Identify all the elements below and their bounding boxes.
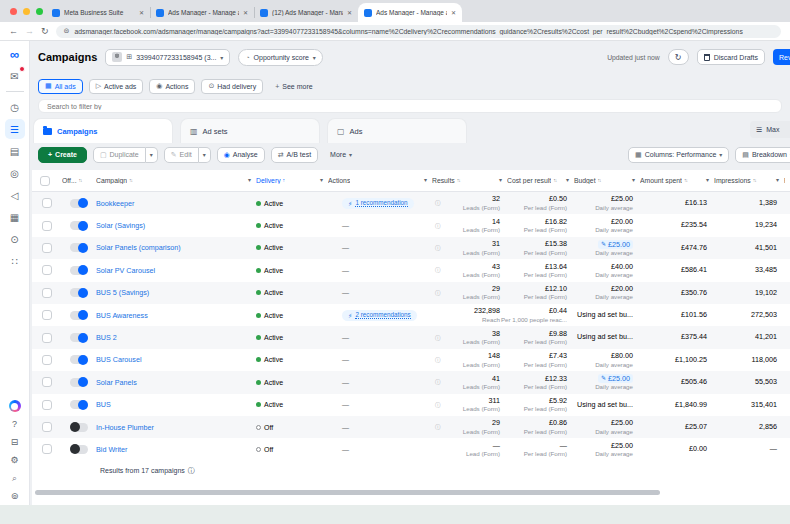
campaigns-icon[interactable]: ☰ [5,119,25,139]
browser-tab[interactable]: Ads Manager - Manage ads✕ [150,3,254,22]
more-button[interactable]: More ▾ [324,147,358,163]
edited-budget-value[interactable]: ✎£25.00 [598,374,633,383]
meta-ai-icon[interactable] [5,397,25,415]
filter-pill-actions[interactable]: ◉Actions [149,79,195,94]
tab-close-icon[interactable]: ✕ [451,9,456,16]
search-icon[interactable]: ⌕ [5,469,25,487]
help-icon[interactable]: ? [5,415,25,433]
campaign-name-link[interactable]: Bookkeeper [96,199,256,208]
settings-icon[interactable]: ⚙ [5,451,25,469]
chevron-down-icon[interactable]: ▾ [499,177,502,184]
row-checkbox[interactable] [42,265,52,275]
site-info-icon[interactable]: ⊜ [64,27,70,35]
row-checkbox[interactable] [42,377,52,387]
campaign-name-link[interactable]: In-House Plumber [96,423,256,432]
tab-ad-sets[interactable]: ▥Ad sets [180,118,320,143]
row-checkbox[interactable] [42,198,52,208]
campaign-toggle[interactable] [70,400,88,409]
tab-close-icon[interactable]: ✕ [243,9,248,16]
chevron-down-icon[interactable]: ▾ [320,177,323,184]
back-icon[interactable]: ← [9,27,18,36]
columns-button[interactable]: ▦ Columns: Performance ▾ [628,147,729,163]
ads-reporting-icon[interactable]: ▤ [5,141,25,161]
campaign-toggle[interactable] [70,243,88,252]
sort-icon[interactable]: ↑↓ [753,178,756,184]
row-checkbox[interactable] [42,221,52,231]
campaign-toggle[interactable] [70,355,88,364]
duplicate-dropdown-button[interactable]: ▾ [146,147,158,163]
horizontal-scrollbar[interactable] [32,489,790,496]
opportunity-score-button[interactable]: ◔ Opportunity score ▾ [238,49,323,66]
browser-tab[interactable]: (12) Ads Manager - Manag...✕ [254,3,358,22]
browser-tab[interactable]: Meta Business Suite✕ [46,3,150,22]
filter-pill-see-more[interactable]: +See more [269,79,318,94]
row-checkbox[interactable] [42,400,52,410]
column-header-r[interactable]: R [784,177,790,184]
report-problem-icon[interactable]: ⊚ [5,487,25,505]
edited-budget-value[interactable]: ✎£25.00 [598,240,633,249]
campaign-name-link[interactable]: Solar Panels [96,378,256,387]
sort-icon[interactable]: ↑↓ [553,178,556,184]
tab-close-icon[interactable]: ✕ [139,9,144,16]
campaign-name-link[interactable]: Solar PV Carousel [96,266,256,275]
traffic-light[interactable] [23,8,30,15]
campaign-name-link[interactable]: BUS Carousel [96,355,256,364]
analyse-button[interactable]: ◉ Analyse [217,147,265,163]
chevron-down-icon[interactable]: ▾ [776,177,779,184]
column-header-results[interactable]: Results↑↓▾ [432,177,507,184]
campaign-name-link[interactable]: BUS [96,400,256,409]
refresh-button[interactable]: ↻ [668,49,689,65]
filter-pill-had-delivery[interactable]: ⊙Had delivery [201,79,263,94]
info-icon[interactable]: ⓘ [188,466,195,476]
all-tools-icon[interactable]: ∷ [5,251,25,271]
edit-button[interactable]: ✎ Edit [164,147,199,163]
chevron-down-icon[interactable]: ▾ [248,177,251,184]
campaign-toggle[interactable] [70,333,88,342]
duplicate-button[interactable]: ▢ Duplicate [93,147,146,163]
browser-tab[interactable]: Ads Manager - Manage ads✕ [358,3,462,22]
column-header-delivery[interactable]: Delivery↑▾ [256,177,328,184]
select-all-checkbox[interactable] [40,176,50,186]
billing-icon[interactable]: ▦ [5,207,25,227]
row-checkbox[interactable] [42,444,52,454]
campaign-name-link[interactable]: BUS 2 [96,333,256,342]
search-input[interactable] [38,99,782,113]
create-button[interactable]: + Create [38,147,87,163]
tab-campaigns[interactable]: Campaigns [33,118,173,143]
review-and-publish-button[interactable]: Review and publish [773,49,790,65]
column-header-cost-per-result[interactable]: Cost per result↑↓▾ [507,177,574,184]
column-header-checkbox[interactable] [32,176,62,186]
chevron-down-icon[interactable]: ▾ [566,177,569,184]
sort-icon[interactable]: ↑ [283,178,285,184]
recommendation-pill[interactable]: ⚡1 recommendation [342,198,414,209]
account-overview-icon[interactable]: ◷ [5,97,25,117]
campaign-toggle[interactable] [70,288,88,297]
notifications-icon[interactable]: ✉ [5,66,25,86]
campaign-toggle[interactable] [70,199,88,208]
feedback-icon[interactable]: ⊟ [5,433,25,451]
row-checkbox[interactable] [42,355,52,365]
chevron-down-icon[interactable]: ▾ [632,177,635,184]
traffic-light[interactable] [10,8,17,15]
row-checkbox[interactable] [42,288,52,298]
campaign-name-link[interactable]: Solar Panels (comparison) [96,243,256,252]
chevron-down-icon[interactable]: ▾ [706,177,709,184]
events-manager-icon[interactable]: ⊙ [5,229,25,249]
campaign-name-link[interactable]: Solar (Savings) [96,221,256,230]
meta-logo-icon[interactable]: ∞ [10,45,19,65]
campaign-toggle[interactable] [70,445,88,454]
sort-icon[interactable]: ↑↓ [457,178,460,184]
discard-drafts-button[interactable]: Discard Drafts [697,49,765,65]
chevron-down-icon[interactable]: ▾ [424,177,427,184]
sort-icon[interactable]: ↑↓ [598,178,601,184]
column-header-amount-spent[interactable]: Amount spent↑↓▾ [640,177,714,184]
scrollbar-thumb[interactable] [35,490,660,495]
row-checkbox[interactable] [42,243,52,253]
ab-test-button[interactable]: ⇄ A/B test [271,147,318,163]
edit-dropdown-button[interactable]: ▾ [199,147,211,163]
forward-icon[interactable]: → [25,27,34,36]
tab-close-icon[interactable]: ✕ [347,9,352,16]
campaign-name-link[interactable]: BUS Awareness [96,311,256,320]
campaign-name-link[interactable]: BUS 5 (Savings) [96,288,256,297]
breakdown-button[interactable]: ▤ Breakdown ▾ [735,147,790,163]
